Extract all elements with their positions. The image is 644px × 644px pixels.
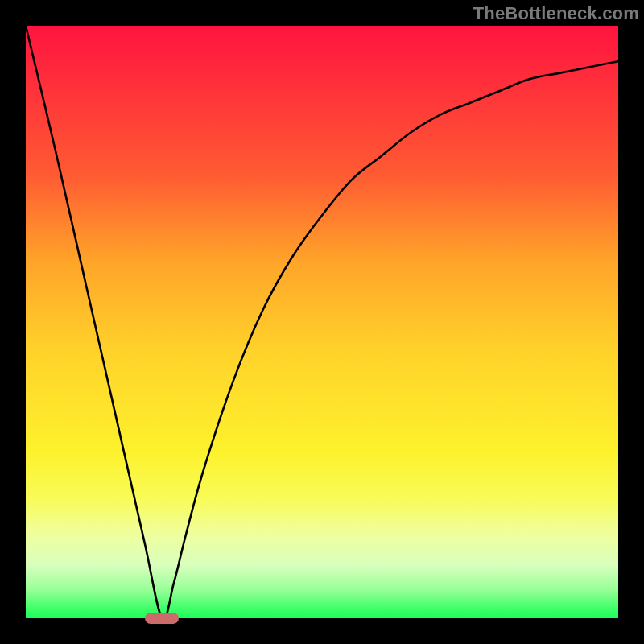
bottleneck-marker — [145, 613, 179, 624]
plot-area — [26, 26, 618, 618]
chart-frame: TheBottleneck.com — [0, 0, 644, 644]
watermark-text: TheBottleneck.com — [473, 3, 639, 24]
bottleneck-curve — [26, 26, 618, 618]
